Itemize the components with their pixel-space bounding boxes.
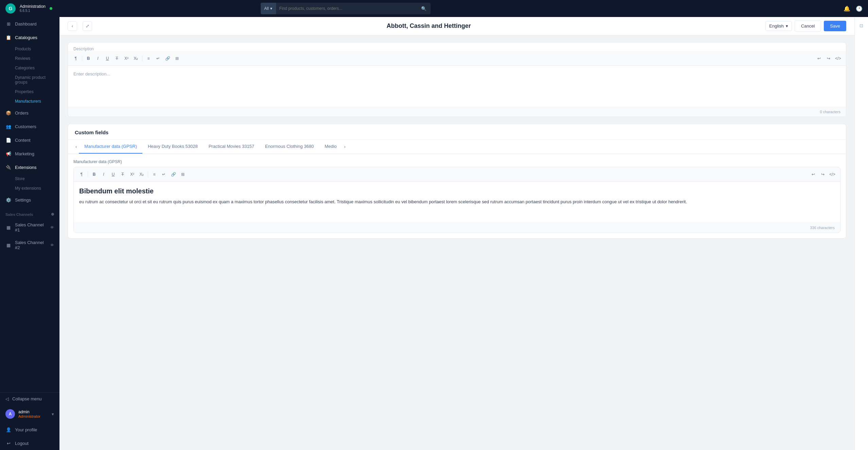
sidebar-item-sales-channel-1[interactable]: ▦ Sales Channel #1 👁 [0, 219, 59, 236]
manufacturer-editor-card: ¶ B I U T X² X₂ ≡ ↵ 🔗 ⊞ [73, 167, 840, 233]
toolbar-indent[interactable]: ↵ [154, 54, 162, 63]
mfr-toolbar-paragraph[interactable]: ¶ [77, 170, 86, 179]
sidebar-sub-my-extensions[interactable]: My extensions [0, 184, 59, 193]
editor-body-text: eu rutrum ac consectetur ut orci et sit … [79, 198, 835, 206]
description-char-count: 0 characters [68, 107, 846, 117]
user-role: Administrator [18, 414, 40, 418]
customers-icon: 👥 [5, 123, 12, 129]
content-body: Description ¶ B I U T X² X₂ ≡ ↵ 🔗 ⊞ [59, 35, 854, 450]
sidebar-sub-dynamic-product-groups[interactable]: Dynamic product groups [0, 73, 59, 87]
add-sales-channel-icon[interactable]: ⊕ [51, 212, 54, 217]
toolbar-table[interactable]: ⊞ [173, 54, 181, 63]
mfr-toolbar-strikethrough[interactable]: T [118, 170, 127, 179]
mfr-toolbar-superscript[interactable]: X² [128, 170, 137, 179]
toolbar-list[interactable]: ≡ [144, 54, 153, 63]
collapse-icon: ◁ [5, 396, 9, 401]
tab-enormous-clothing[interactable]: Enormous Clothing 3680 [260, 140, 319, 154]
language-selector[interactable]: English ▾ [765, 21, 792, 31]
toolbar-italic[interactable]: I [93, 54, 102, 63]
toolbar-source[interactable]: </> [834, 54, 843, 63]
sidebar-item-settings[interactable]: ⚙️ Settings [0, 193, 59, 207]
sidebar-sub-products[interactable]: Products [0, 44, 59, 54]
tabs-scroll-right[interactable]: › [342, 144, 348, 149]
sidebar-item-label-settings: Settings [15, 197, 31, 203]
user-section[interactable]: A admin Administrator ▾ [0, 405, 59, 423]
custom-fields-content: Manufacturer data (GPSR) ¶ B I U T X² X₂ [68, 154, 846, 238]
toolbar-link[interactable]: 🔗 [163, 54, 172, 63]
search-input[interactable] [279, 6, 414, 11]
sidebar-item-label-content: Content [15, 138, 31, 143]
manufacturer-editor-body[interactable]: Bibendum elit molestie eu rutrum ac cons… [74, 182, 840, 223]
mfr-toolbar-bold[interactable]: B [90, 170, 99, 179]
search-input-wrap [276, 6, 417, 11]
mfr-toolbar-underline[interactable]: U [109, 170, 118, 179]
clock-icon[interactable]: 🕐 [856, 5, 863, 12]
sidebar-sub-manufacturers[interactable]: Manufacturers [0, 97, 59, 106]
tab-heavy-duty-books[interactable]: Heavy Duty Books 53028 [142, 140, 203, 154]
mfr-toolbar-source[interactable]: </> [828, 170, 837, 179]
toolbar-subscript[interactable]: X₂ [132, 54, 140, 63]
mfr-toolbar-subscript[interactable]: X₂ [137, 170, 146, 179]
tab-practical-movies[interactable]: Practical Movies 33157 [203, 140, 260, 154]
sidebar-item-marketing[interactable]: 📢 Marketing [0, 147, 59, 160]
sales-channel-1-visibility-icon[interactable]: 👁 [50, 225, 54, 229]
save-button[interactable]: Save [824, 21, 846, 31]
sidebar-item-extensions[interactable]: 🔌 Extensions [0, 160, 59, 174]
custom-fields-title: Custom fields [68, 124, 846, 140]
search-button[interactable]: 🔍 [417, 6, 431, 11]
language-label: English [769, 23, 784, 29]
mfr-toolbar-undo[interactable]: ↩ [809, 170, 818, 179]
tabs-scroll-left[interactable]: ‹ [73, 144, 79, 149]
collapse-menu-button[interactable]: ◁ Collapse menu [0, 393, 59, 405]
toolbar-bold[interactable]: B [84, 54, 93, 63]
mfr-toolbar-indent[interactable]: ↵ [159, 170, 168, 179]
sidebar-sub-categories[interactable]: Categories [0, 63, 59, 73]
panel-icon[interactable]: ⊡ [857, 21, 865, 30]
user-menu-toggle[interactable]: ▾ [52, 412, 54, 417]
toolbar-redo[interactable]: ↪ [824, 54, 833, 63]
toolbar-superscript[interactable]: X² [122, 54, 131, 63]
sidebar-item-catalogues[interactable]: 📋 Catalogues [0, 31, 59, 44]
sidebar: ⊞ Dashboard 📋 Catalogues Products Review… [0, 17, 59, 450]
tab-medio[interactable]: Medio [319, 140, 342, 154]
search-filter-dropdown[interactable]: All ▾ [261, 3, 276, 14]
page-title: Abbott, Cassin and Hettinger [98, 22, 760, 30]
sidebar-item-label-orders: Orders [15, 110, 29, 116]
cancel-button[interactable]: Cancel [795, 20, 821, 32]
sidebar-sub-properties[interactable]: Properties [0, 87, 59, 97]
toolbar-paragraph[interactable]: ¶ [71, 54, 80, 63]
user-info: admin Administrator [18, 410, 40, 418]
sales-channel-2-icon: ▦ [5, 242, 12, 248]
forward-button[interactable]: ⤢ [83, 21, 92, 31]
back-button[interactable]: ‹ [68, 21, 77, 31]
mfr-toolbar-italic[interactable]: I [99, 170, 108, 179]
search-filter-label: All [264, 6, 268, 11]
mfr-toolbar-list[interactable]: ≡ [150, 170, 159, 179]
toolbar-underline[interactable]: U [103, 54, 112, 63]
sidebar-item-label-customers: Customers [15, 124, 36, 129]
sidebar-item-customers[interactable]: 👥 Customers [0, 120, 59, 133]
description-editor-body[interactable]: Enter description... [68, 66, 846, 107]
sidebar-item-logout[interactable]: ↩ Logout [0, 436, 59, 450]
content-header: ‹ ⤢ Abbott, Cassin and Hettinger English… [59, 17, 854, 35]
sidebar-sub-store[interactable]: Store [0, 174, 59, 184]
mfr-toolbar-link[interactable]: 🔗 [169, 170, 178, 179]
tab-manufacturer-data[interactable]: Manufacturer data (GPSR) [79, 140, 142, 154]
forward-icon: ⤢ [86, 23, 89, 29]
sidebar-item-label-marketing: Marketing [15, 151, 34, 156]
sidebar-item-your-profile[interactable]: 👤 Your profile [0, 423, 59, 436]
notifications-icon[interactable]: 🔔 [844, 5, 850, 12]
sidebar-item-sales-channel-2[interactable]: ▦ Sales Channel #2 👁 [0, 236, 59, 254]
sidebar-item-content[interactable]: 📄 Content [0, 133, 59, 147]
custom-fields-card: Custom fields ‹ Manufacturer data (GPSR)… [68, 124, 846, 239]
toolbar-strikethrough[interactable]: T [112, 54, 121, 63]
sales-channel-2-visibility-icon[interactable]: 👁 [50, 243, 54, 247]
sidebar-sub-reviews[interactable]: Reviews [0, 54, 59, 63]
sidebar-item-orders[interactable]: 📦 Orders [0, 106, 59, 120]
mfr-toolbar-redo[interactable]: ↪ [818, 170, 827, 179]
sidebar-item-dashboard[interactable]: ⊞ Dashboard [0, 17, 59, 31]
mfr-toolbar-table[interactable]: ⊞ [178, 170, 187, 179]
search-icon: 🔍 [421, 6, 427, 11]
toolbar-undo[interactable]: ↩ [815, 54, 823, 63]
topbar: G Administration 6.6.5.1 All ▾ 🔍 🔔 🕐 [0, 0, 868, 17]
